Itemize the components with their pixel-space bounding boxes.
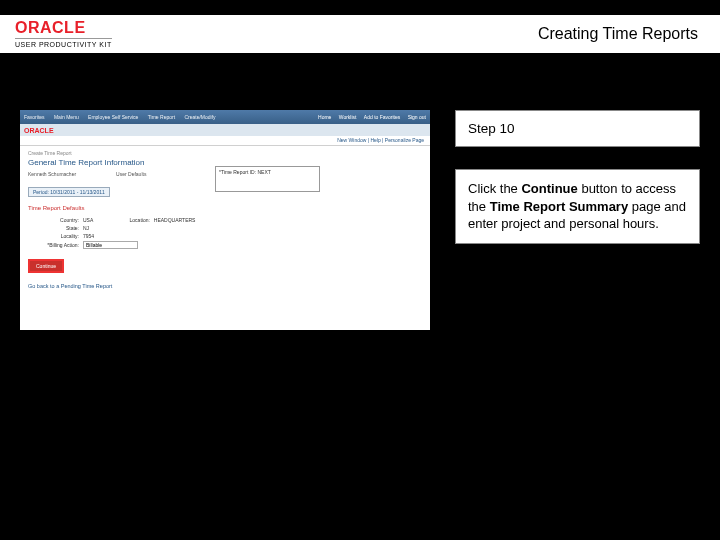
- label-location: Location:: [99, 217, 154, 223]
- tab-item[interactable]: Time Report: [148, 114, 175, 120]
- value-state: NJ: [83, 225, 89, 231]
- pending-report-link[interactable]: Go back to a Pending Time Report: [28, 283, 422, 289]
- step-label: Step 10: [455, 110, 700, 147]
- form-body: Create Time Report General Time Report I…: [20, 146, 430, 293]
- step-description: Click the Continue button to access the …: [455, 169, 700, 244]
- app-brand: ORACLE: [24, 127, 54, 134]
- period-pill: Period: 10/31/2011 - 11/13/2011: [28, 187, 110, 197]
- page-tools: New Window | Help | Personalize Page: [20, 136, 430, 146]
- tab-item[interactable]: Main Menu: [54, 114, 79, 120]
- home-link[interactable]: Home: [318, 114, 331, 120]
- favorites-link[interactable]: Add to Favorites: [364, 114, 400, 120]
- search-area[interactable]: [425, 127, 426, 133]
- worklist-link[interactable]: Worklist: [339, 114, 357, 120]
- defaults-form: Country:USA Location:HEADQUARTERS State:…: [28, 217, 422, 249]
- app-screenshot: Favorites Main Menu Employee Self Servic…: [20, 110, 430, 330]
- app-topbar: Favorites Main Menu Employee Self Servic…: [20, 110, 430, 124]
- page-title: Creating Time Reports: [538, 25, 698, 43]
- oracle-logo: ORACLE USER PRODUCTIVITY KIT: [15, 20, 112, 48]
- signout-link[interactable]: Sign out: [408, 114, 426, 120]
- section-heading: Time Report Defaults: [28, 205, 422, 211]
- tab-item[interactable]: Create/Modify: [184, 114, 215, 120]
- tab-item[interactable]: Favorites: [24, 114, 45, 120]
- doc-header: ORACLE USER PRODUCTIVITY KIT Creating Ti…: [0, 15, 720, 53]
- tab-item[interactable]: Employee Self Service: [88, 114, 138, 120]
- desc-text: Click the: [468, 181, 521, 196]
- app-subbar: ORACLE: [20, 124, 430, 136]
- breadcrumb-tabs: Favorites Main Menu Employee Self Servic…: [24, 114, 224, 120]
- employee-name: Kenneth Schumacher: [28, 171, 76, 177]
- value-location: HEADQUARTERS: [154, 217, 196, 223]
- time-report-id-box: *Time Report ID: NEXT: [215, 166, 320, 192]
- billing-input[interactable]: [83, 241, 138, 249]
- breadcrumb: Create Time Report: [28, 150, 422, 156]
- desc-bold-continue: Continue: [521, 181, 577, 196]
- logo-main: ORACLE: [15, 20, 112, 36]
- value-locality: 7954: [83, 233, 94, 239]
- field-value: NEXT: [257, 169, 270, 175]
- value-country: USA: [83, 217, 93, 223]
- instruction-panel: Step 10 Click the Continue button to acc…: [455, 110, 700, 244]
- label-billing: *Billing Action:: [28, 242, 83, 248]
- label-locality: Locality:: [28, 233, 83, 239]
- label-country: Country:: [28, 217, 83, 223]
- user-defaults-link[interactable]: User Defaults: [116, 171, 146, 177]
- continue-button[interactable]: Continue: [28, 259, 64, 273]
- desc-bold-summary: Time Report Summary: [490, 199, 628, 214]
- field-label: *Time Report ID:: [219, 169, 256, 175]
- logo-sub: USER PRODUCTIVITY KIT: [15, 38, 112, 48]
- top-links: Home Worklist Add to Favorites Sign out: [312, 114, 426, 120]
- label-state: State:: [28, 225, 83, 231]
